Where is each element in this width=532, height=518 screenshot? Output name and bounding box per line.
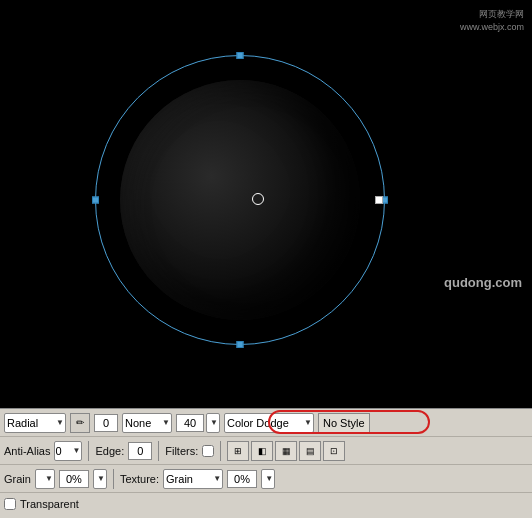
handle-top[interactable]	[237, 52, 244, 59]
style-icon-3: ▦	[282, 446, 291, 456]
style-btn-5[interactable]: ⊡	[323, 441, 345, 461]
panel-row-3: Grain ▼ ▼ Texture: Grain None ▼	[0, 465, 532, 493]
edge-input[interactable]	[128, 442, 152, 460]
texture-percent-arrow-wrapper[interactable]: ▼	[261, 469, 275, 489]
watermark: 网页教学网 www.webjx.com	[460, 8, 524, 33]
panel-row-2: Anti-Alias 0 1 2 ▼ Edge: Filters: ⊞ ◧	[0, 437, 532, 465]
style-btn-3[interactable]: ▦	[275, 441, 297, 461]
filters-checkbox[interactable]	[202, 445, 214, 457]
logo-text: qudong.com	[444, 275, 522, 290]
style-icon-4: ▤	[306, 446, 315, 456]
panel-row-1: Radial Linear ▼ ✏ None ▼ ▼	[0, 409, 532, 437]
handle-bottom[interactable]	[237, 341, 244, 348]
grain-main-select[interactable]	[35, 469, 55, 489]
texture-label: Texture:	[120, 473, 159, 485]
separator-2	[158, 441, 159, 461]
no-style-button[interactable]: No Style	[318, 413, 370, 433]
gradient-type-wrapper[interactable]: Radial Linear ▼	[4, 413, 66, 433]
none-blend-wrapper[interactable]: None ▼	[122, 413, 172, 433]
pencil-icon: ✏	[76, 417, 84, 428]
fill-arrow-wrapper[interactable]: ▼	[206, 413, 220, 433]
grain-percent-select[interactable]	[93, 469, 107, 489]
style-buttons: ⊞ ◧ ▦ ▤ ⊡	[227, 441, 345, 461]
pencil-button[interactable]: ✏	[70, 413, 90, 433]
style-icon-5: ⊡	[330, 446, 338, 456]
style-icon-2: ◧	[258, 446, 267, 456]
center-handle[interactable]	[375, 196, 383, 204]
anti-alias-select[interactable]: 0 1 2	[54, 441, 82, 461]
grain-main-wrapper[interactable]: ▼	[35, 469, 55, 489]
texture-percent-dropdown[interactable]	[261, 469, 275, 489]
transparent-checkbox[interactable]	[4, 498, 16, 510]
site-logo: qudong.com	[444, 275, 522, 290]
style-btn-4[interactable]: ▤	[299, 441, 321, 461]
texture-select-wrapper[interactable]: Grain None ▼	[163, 469, 223, 489]
separator-3	[220, 441, 221, 461]
anti-alias-label: Anti-Alias	[4, 445, 50, 457]
anti-alias-wrapper[interactable]: 0 1 2 ▼	[54, 441, 82, 461]
style-btn-2[interactable]: ◧	[251, 441, 273, 461]
separator-4	[113, 469, 114, 489]
color-dodge-select[interactable]: Color Dodge Normal Multiply Screen Overl…	[224, 413, 314, 433]
fill-dropdown[interactable]	[206, 413, 220, 433]
color-dodge-wrapper[interactable]: Color Dodge Normal Multiply Screen Overl…	[224, 413, 314, 433]
filters-label: Filters:	[165, 445, 198, 457]
edge-label: Edge:	[95, 445, 124, 457]
grain-main-label: Grain	[4, 473, 31, 485]
grain-percent-arrow-wrapper[interactable]: ▼	[93, 469, 107, 489]
separator-1	[88, 441, 89, 461]
transparent-label: Transparent	[20, 498, 79, 510]
selection-ellipse	[95, 55, 385, 345]
style-icon-1: ⊞	[234, 446, 242, 456]
gradient-type-select[interactable]: Radial Linear	[4, 413, 66, 433]
style-btn-1[interactable]: ⊞	[227, 441, 249, 461]
no-style-label: No Style	[323, 417, 365, 429]
grain-percent-input[interactable]	[59, 470, 89, 488]
opacity-input[interactable]	[94, 414, 118, 432]
fill-value-input[interactable]	[176, 414, 204, 432]
texture-percent-input[interactable]	[227, 470, 257, 488]
handle-left[interactable]	[92, 197, 99, 204]
texture-select[interactable]: Grain None	[163, 469, 223, 489]
panel-row-4: Transparent	[0, 493, 532, 515]
bottom-panel: Radial Linear ▼ ✏ None ▼ ▼	[0, 408, 532, 518]
none-blend-select[interactable]: None	[122, 413, 172, 433]
center-circle	[252, 193, 264, 205]
canvas-area: 网页教学网 www.webjx.com qudong.com	[0, 0, 532, 408]
